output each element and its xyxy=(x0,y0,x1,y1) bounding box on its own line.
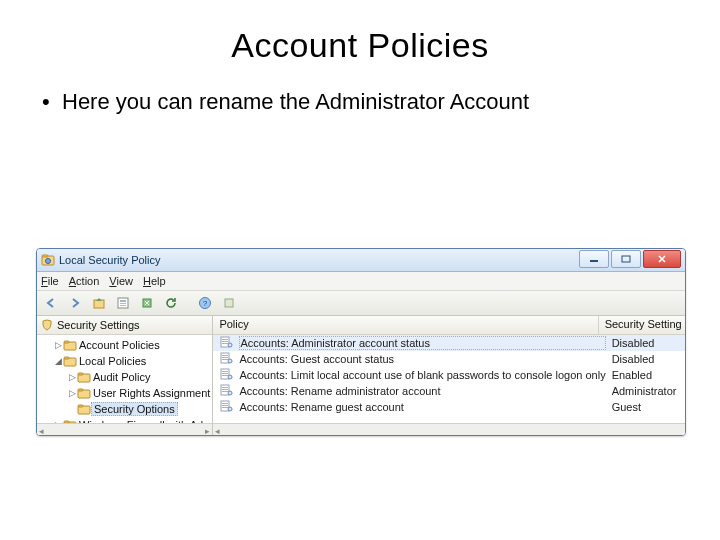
slide-bullet: Here you can rename the Administrator Ac… xyxy=(36,89,684,115)
svg-rect-4 xyxy=(622,256,630,262)
back-button[interactable] xyxy=(41,293,61,313)
tree-item-label: User Rights Assignment xyxy=(91,387,212,399)
extra-button[interactable] xyxy=(219,293,239,313)
svg-rect-7 xyxy=(120,300,126,302)
tree-item-label: Security Options xyxy=(91,402,178,416)
folder-icon xyxy=(63,339,77,351)
policy-row[interactable]: Accounts: Limit local account use of bla… xyxy=(213,367,686,383)
slide-title: Account Policies xyxy=(36,26,684,65)
policy-row[interactable]: Accounts: Administrator account statusDi… xyxy=(213,335,686,351)
menu-view[interactable]: View xyxy=(109,275,133,287)
svg-rect-9 xyxy=(120,305,126,306)
svg-rect-47 xyxy=(222,403,228,404)
svg-rect-19 xyxy=(78,373,83,375)
toolbar: ? xyxy=(37,291,685,316)
policy-row[interactable]: Accounts: Rename administrator accountAd… xyxy=(213,383,686,399)
svg-point-35 xyxy=(228,359,232,363)
policy-icon xyxy=(219,368,235,382)
svg-rect-27 xyxy=(222,339,228,340)
svg-rect-17 xyxy=(64,357,69,359)
tree-item[interactable]: ◢Local Policies xyxy=(39,353,212,369)
svg-rect-44 xyxy=(222,391,228,392)
tree-item[interactable]: ▷User Rights Assignment xyxy=(39,385,212,401)
svg-rect-13 xyxy=(225,299,233,307)
svg-rect-49 xyxy=(222,407,228,408)
svg-rect-1 xyxy=(42,255,48,257)
svg-rect-33 xyxy=(222,357,228,358)
svg-rect-8 xyxy=(120,303,126,304)
menu-help[interactable]: Help xyxy=(143,275,166,287)
column-header-policy[interactable]: Policy xyxy=(213,316,598,334)
expander-icon[interactable]: ◢ xyxy=(53,356,63,366)
svg-rect-15 xyxy=(64,341,69,343)
menu-action[interactable]: Action xyxy=(69,275,100,287)
svg-point-40 xyxy=(228,375,232,379)
tree-h-scrollbar[interactable]: ◂▸ xyxy=(37,423,212,436)
tree-item-label: Audit Policy xyxy=(91,371,152,383)
close-button[interactable] xyxy=(643,250,681,268)
svg-rect-3 xyxy=(590,260,598,262)
svg-rect-21 xyxy=(78,389,83,391)
forward-button[interactable] xyxy=(65,293,85,313)
svg-point-50 xyxy=(228,407,232,411)
minimize-button[interactable] xyxy=(579,250,609,268)
svg-point-45 xyxy=(228,391,232,395)
tree-header[interactable]: Security Settings xyxy=(37,316,212,335)
menu-file[interactable]: File xyxy=(41,275,59,287)
policy-setting: Enabled xyxy=(606,369,686,381)
help-button[interactable]: ? xyxy=(195,293,215,313)
policy-name: Accounts: Limit local account use of bla… xyxy=(239,369,605,381)
list-pane: Policy Security Setting Accounts: Admini… xyxy=(213,316,686,436)
expander-icon[interactable]: ▷ xyxy=(67,388,77,398)
folder-icon xyxy=(77,403,91,415)
policy-name: Accounts: Guest account status xyxy=(239,353,605,365)
column-header-setting[interactable]: Security Setting xyxy=(599,316,686,334)
window-title: Local Security Policy xyxy=(59,254,577,266)
shield-icon xyxy=(41,319,53,331)
menu-bar: File Action View Help xyxy=(37,272,685,291)
expander-icon[interactable]: ▷ xyxy=(67,372,77,382)
tree-item-label: Local Policies xyxy=(77,355,148,367)
refresh-button[interactable] xyxy=(161,293,181,313)
policy-name: Accounts: Rename guest account xyxy=(239,401,605,413)
svg-rect-39 xyxy=(222,375,228,376)
policy-setting: Guest xyxy=(606,401,686,413)
svg-rect-43 xyxy=(222,389,228,390)
tree-item[interactable]: ▷Account Policies xyxy=(39,337,212,353)
svg-rect-28 xyxy=(222,341,228,342)
title-bar[interactable]: Local Security Policy xyxy=(37,249,685,272)
policy-name: Accounts: Administrator account status xyxy=(239,336,605,350)
svg-rect-38 xyxy=(222,373,228,374)
policy-name: Accounts: Rename administrator account xyxy=(239,385,605,397)
maximize-button[interactable] xyxy=(611,250,641,268)
svg-point-2 xyxy=(46,259,51,264)
folder-icon xyxy=(63,355,77,367)
svg-rect-48 xyxy=(222,405,228,406)
export-button[interactable] xyxy=(137,293,157,313)
policy-icon xyxy=(219,352,235,366)
svg-point-30 xyxy=(228,343,232,347)
list-h-scrollbar[interactable]: ◂▸ xyxy=(213,423,686,436)
tree-item[interactable]: Security Options xyxy=(39,401,212,417)
policy-icon xyxy=(219,400,235,414)
window: Local Security Policy File Action View H… xyxy=(36,248,686,436)
tree-item[interactable]: ▷Audit Policy xyxy=(39,369,212,385)
folder-icon xyxy=(77,387,91,399)
policy-row[interactable]: Accounts: Guest account statusDisabled xyxy=(213,351,686,367)
svg-rect-37 xyxy=(222,371,228,372)
svg-rect-34 xyxy=(222,359,228,360)
svg-rect-42 xyxy=(222,387,228,388)
expander-icon[interactable]: ▷ xyxy=(53,340,63,350)
policy-setting: Disabled xyxy=(606,353,686,365)
tree-pane: Security Settings ▷Account Policies◢Loca… xyxy=(37,316,213,436)
tree-item-label: Account Policies xyxy=(77,339,162,351)
policy-setting: Disabled xyxy=(606,337,686,349)
policy-row[interactable]: Accounts: Rename guest accountGuest xyxy=(213,399,686,415)
policy-setting: Administrator xyxy=(606,385,686,397)
policy-icon xyxy=(219,336,235,350)
app-icon xyxy=(41,253,55,267)
svg-rect-29 xyxy=(222,343,228,344)
up-button[interactable] xyxy=(89,293,109,313)
folder-icon xyxy=(77,371,91,383)
properties-button[interactable] xyxy=(113,293,133,313)
